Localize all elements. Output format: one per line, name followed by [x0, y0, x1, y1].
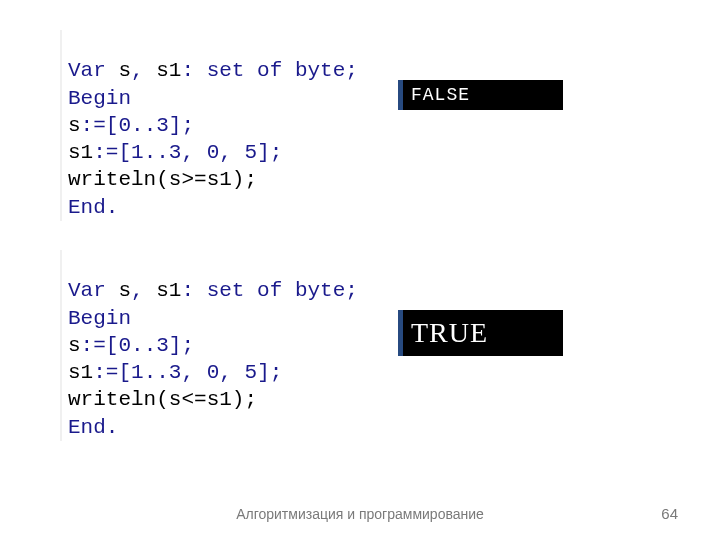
comma: , — [219, 361, 244, 384]
id-s1: s1 — [68, 141, 93, 164]
comma: , — [181, 361, 206, 384]
slide: Var s, s1: set of byte; Begin s:=[0..3];… — [0, 0, 720, 540]
assign: :=[ — [81, 334, 119, 357]
kw-var: Var — [68, 59, 106, 82]
expr: (s<=s1); — [156, 388, 257, 411]
console-output-2: TRUE — [398, 310, 563, 356]
kw-var: Var — [68, 279, 106, 302]
semicolon: ; — [345, 59, 358, 82]
colon: : — [181, 59, 194, 82]
comma: , — [131, 59, 144, 82]
num: 5 — [245, 141, 258, 164]
kw-set-of: set of — [194, 279, 295, 302]
output-text: FALSE — [411, 85, 470, 105]
range: .. — [144, 361, 169, 384]
num: 3 — [156, 114, 169, 137]
id-s: s — [106, 279, 131, 302]
range: .. — [144, 141, 169, 164]
num: 5 — [245, 361, 258, 384]
output-text: TRUE — [411, 317, 488, 349]
kw-byte: byte — [295, 59, 345, 82]
assign: :=[ — [81, 114, 119, 137]
close: ]; — [169, 114, 194, 137]
num: 1 — [131, 141, 144, 164]
num: 0 — [207, 141, 220, 164]
kw-begin: Begin — [68, 87, 131, 110]
num: 3 — [169, 141, 182, 164]
id-s: s — [68, 114, 81, 137]
dot: . — [106, 196, 119, 219]
num: 3 — [169, 361, 182, 384]
fn-writeln: writeln — [68, 168, 156, 191]
colon: : — [181, 279, 194, 302]
page-number: 64 — [661, 505, 678, 522]
comma: , — [181, 141, 206, 164]
kw-end: End — [68, 416, 106, 439]
assign: :=[ — [93, 361, 131, 384]
range: .. — [131, 334, 156, 357]
assign: :=[ — [93, 141, 131, 164]
range: .. — [131, 114, 156, 137]
id-s1: s1 — [68, 361, 93, 384]
id-s: s — [68, 334, 81, 357]
num: 0 — [118, 334, 131, 357]
close: ]; — [257, 141, 282, 164]
num: 0 — [207, 361, 220, 384]
kw-set-of: set of — [194, 59, 295, 82]
num: 0 — [118, 114, 131, 137]
code-block-2: Var s, s1: set of byte; Begin s:=[0..3];… — [60, 250, 358, 441]
semicolon: ; — [345, 279, 358, 302]
kw-begin: Begin — [68, 307, 131, 330]
dot: . — [106, 416, 119, 439]
code-block-1: Var s, s1: set of byte; Begin s:=[0..3];… — [60, 30, 358, 221]
console-output-1: FALSE — [398, 80, 563, 110]
kw-end: End — [68, 196, 106, 219]
num: 1 — [131, 361, 144, 384]
fn-writeln: writeln — [68, 388, 156, 411]
id-s1: s1 — [144, 59, 182, 82]
num: 3 — [156, 334, 169, 357]
expr: (s>=s1); — [156, 168, 257, 191]
close: ]; — [169, 334, 194, 357]
id-s1: s1 — [144, 279, 182, 302]
id-s: s — [106, 59, 131, 82]
comma: , — [131, 279, 144, 302]
comma: , — [219, 141, 244, 164]
kw-byte: byte — [295, 279, 345, 302]
footer-text: Алгоритмизация и программирование — [0, 506, 720, 522]
close: ]; — [257, 361, 282, 384]
